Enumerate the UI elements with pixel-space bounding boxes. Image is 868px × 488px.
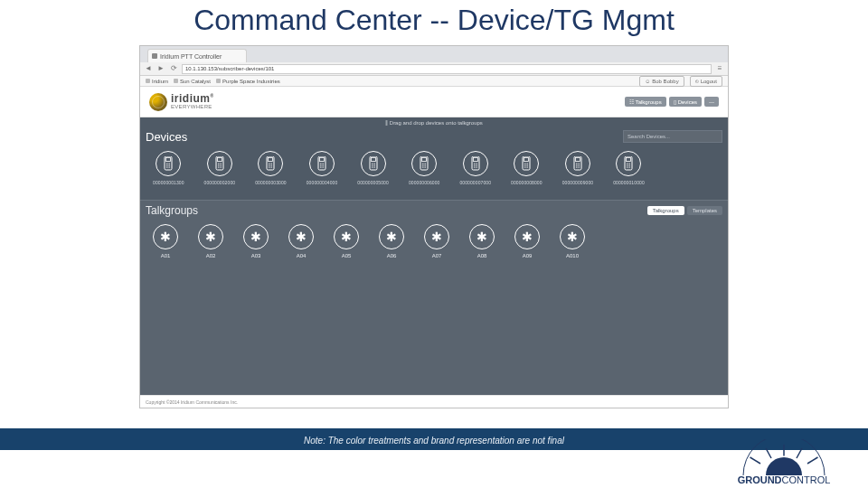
devices-row: 000000001300 000000002000 000000003000 0… [140,145,728,194]
svg-point-19 [218,166,219,167]
browser-window: Iridium PTT Controller ◄ ► ⟳ 10.1.130.15… [139,45,729,408]
reload-button[interactable]: ⟳ [169,64,178,73]
asterisk-icon: ✱ [288,224,314,249]
svg-point-94 [577,164,578,165]
device-item[interactable]: 000000009000 [562,151,594,185]
svg-point-52 [371,166,372,167]
tab-talkgroups[interactable]: Talkgroups [647,206,684,215]
search-devices-input[interactable]: Search Devices... [623,130,722,143]
svg-point-79 [524,163,525,164]
svg-point-72 [475,164,476,165]
asterisk-icon: ✱ [514,224,540,249]
phone-icon [156,151,181,176]
bookmark-item[interactable]: Sun Catalyst [174,79,211,84]
device-item[interactable]: 000000001300 [153,151,184,185]
nav-tab-talkgroups[interactable]: ☷ Talkgroups [625,97,666,107]
app-body: ‖ Drag and drop devices onto talkgroups … [140,117,728,395]
brand-tagline: EVERYWHERE [171,104,214,109]
svg-point-92 [579,163,580,164]
talkgroup-label: A04 [297,253,307,258]
svg-point-2 [166,163,167,164]
talkgroup-item[interactable]: ✱A09 [514,224,540,258]
device-item[interactable]: 000000010000 [613,151,645,185]
phone-icon [207,151,232,176]
favicon [152,53,157,59]
phone-icon [309,151,335,176]
talkgroup-item[interactable]: ✱A010 [560,224,585,258]
svg-point-83 [526,164,527,165]
svg-point-39 [321,164,322,165]
svg-point-69 [475,163,476,164]
talkgroup-label: A02 [206,253,216,258]
devices-header: Devices Search Devices... [140,127,728,145]
device-item[interactable]: 000000002000 [204,151,236,185]
user-chip[interactable]: ☺ Bob Bobby [639,76,684,87]
browser-tab[interactable]: Iridium PTT Controller [147,49,247,62]
device-item[interactable]: 000000004000 [307,151,338,185]
svg-point-101 [627,163,627,164]
svg-point-97 [577,166,578,167]
svg-point-107 [627,166,627,167]
svg-point-41 [320,166,321,167]
forward-button[interactable]: ► [156,64,165,73]
ground-control-logo: GROUNDCONTROL [716,439,852,486]
svg-point-108 [628,166,629,167]
logout-link[interactable]: ⎋ Logout [690,76,722,87]
tab-templates[interactable]: Templates [687,206,722,215]
menu-button[interactable]: ≡ [715,64,724,73]
svg-line-112 [797,448,802,458]
svg-point-68 [474,163,475,164]
talkgroup-item[interactable]: ✱A07 [424,224,449,258]
device-item[interactable]: 000000003000 [255,151,287,185]
asterisk-icon: ✱ [243,224,269,249]
svg-rect-12 [217,158,222,162]
svg-point-59 [425,163,426,164]
svg-point-51 [373,164,374,165]
svg-point-30 [269,166,269,167]
svg-point-38 [320,164,321,165]
back-button[interactable]: ◄ [144,64,153,73]
svg-point-84 [527,164,528,165]
svg-point-71 [474,164,475,165]
svg-rect-89 [575,158,580,162]
svg-point-61 [424,164,425,165]
talkgroup-item[interactable]: ✱A08 [469,224,495,258]
asterisk-icon: ✱ [198,224,223,249]
svg-point-14 [219,163,220,164]
asterisk-icon: ✱ [469,224,495,249]
svg-point-24 [269,163,269,164]
nav-overflow[interactable]: ⋯ [704,97,719,107]
talkgroup-label: A07 [432,253,442,258]
svg-point-65 [425,166,426,167]
device-item[interactable]: 000000005000 [357,151,389,185]
svg-point-102 [628,163,629,164]
talkgroups-row: ✱A01 ✱A02 ✱A03 ✱A04 ✱A05 ✱A06 ✱A07 ✱A08 … [140,217,728,266]
talkgroup-item[interactable]: ✱A05 [334,224,359,258]
svg-point-60 [422,164,423,165]
svg-point-58 [424,163,425,164]
bookmark-item[interactable]: Iridium [146,79,168,84]
nav-tab-devices[interactable]: ▯ Devices [669,97,702,107]
url-field[interactable]: 10.1.130.153/subscriber-devices/101 [182,64,712,74]
bookmark-item[interactable]: Purple Space Industries [216,79,280,84]
device-item[interactable]: 000000007000 [459,151,491,185]
talkgroup-item[interactable]: ✱A02 [198,224,223,258]
talkgroup-item[interactable]: ✱A03 [243,224,269,258]
svg-point-75 [475,166,476,167]
devices-title: Devices [146,130,187,144]
svg-point-9 [168,166,169,167]
svg-point-26 [271,163,272,164]
svg-rect-23 [269,158,273,162]
talkgroup-item[interactable]: ✱A01 [153,224,178,258]
talkgroup-item[interactable]: ✱A06 [379,224,404,258]
svg-point-36 [321,163,322,164]
svg-point-47 [373,163,373,164]
talkgroup-item[interactable]: ✱A04 [288,224,314,258]
svg-rect-100 [627,158,631,162]
svg-point-10 [169,166,170,167]
svg-rect-45 [371,158,375,162]
device-item[interactable]: 000000008000 [511,151,542,185]
device-item[interactable]: 000000006000 [409,151,440,185]
svg-point-4 [169,163,170,164]
phone-icon [463,151,488,176]
